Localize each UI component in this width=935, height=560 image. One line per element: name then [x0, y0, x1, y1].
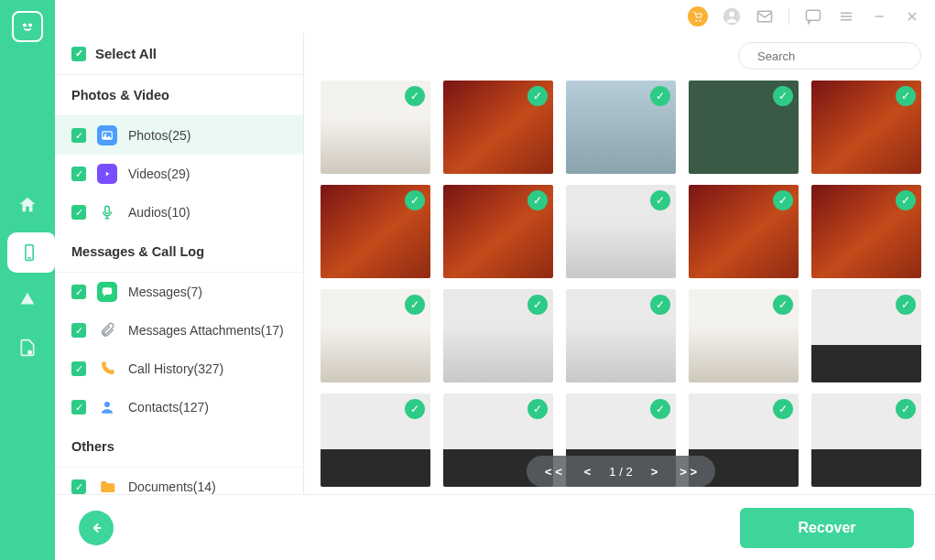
svg-rect-20: [103, 287, 113, 295]
checkbox-icon: ✓: [71, 205, 86, 220]
check-badge-icon: ✓: [773, 86, 793, 106]
back-button[interactable]: [79, 511, 114, 545]
thumbnail[interactable]: ✓: [689, 185, 799, 278]
nav-device[interactable]: [7, 232, 55, 273]
pager-label: 1 / 2: [609, 465, 632, 479]
main: ✓ Select All Photos & Video ✓ Photos(25)…: [55, 0, 935, 560]
checkbox-icon: ✓: [71, 479, 86, 494]
category-photos[interactable]: ✓ Photos(25): [55, 116, 303, 155]
pager-last[interactable]: > >: [676, 465, 701, 479]
svg-text:!: !: [29, 350, 30, 355]
thumbnail[interactable]: ✓: [443, 81, 553, 174]
gallery-panel: ✓✓✓✓✓✓✓✓✓✓✓✓✓✓✓✓✓✓✓✓ < < < 1 / 2 > > >: [304, 33, 935, 494]
pager: < < < 1 / 2 > > >: [527, 456, 715, 487]
svg-point-17: [104, 134, 106, 135]
thumbnail[interactable]: ✓: [811, 81, 921, 174]
checkbox-icon: ✓: [71, 128, 86, 143]
menu-icon[interactable]: [837, 7, 855, 26]
pager-prev[interactable]: <: [581, 465, 595, 479]
select-all-row[interactable]: ✓ Select All: [55, 33, 303, 75]
category-label: Audios(10): [128, 205, 190, 220]
category-callhistory[interactable]: ✓ Call History(327): [55, 350, 303, 388]
thumbnail[interactable]: ✓: [566, 81, 676, 174]
category-label: Contacts(127): [128, 400, 209, 415]
check-badge-icon: ✓: [650, 399, 670, 419]
svg-point-7: [729, 12, 734, 17]
check-badge-icon: ✓: [896, 86, 916, 106]
pager-first[interactable]: < <: [541, 465, 566, 479]
checkbox-icon: ✓: [71, 47, 86, 61]
nav-cloud[interactable]: [7, 280, 48, 320]
cart-icon[interactable]: [688, 6, 708, 27]
topbar: [55, 0, 935, 33]
check-badge-icon: ✓: [527, 86, 548, 106]
category-attachments[interactable]: ✓ Messages Attachments(17): [55, 311, 303, 350]
svg-point-1: [29, 24, 31, 26]
nav-report[interactable]: !: [7, 328, 48, 368]
select-all-label: Select All: [95, 46, 157, 61]
search-box[interactable]: [738, 42, 921, 70]
thumbnail[interactable]: ✓: [689, 81, 799, 174]
category-videos[interactable]: ✓ Videos(29): [55, 155, 303, 193]
thumbnail[interactable]: ✓: [321, 289, 430, 382]
check-badge-icon: ✓: [773, 399, 793, 419]
thumbnail-grid: ✓✓✓✓✓✓✓✓✓✓✓✓✓✓✓✓✓✓✓✓ < < < 1 / 2 > > >: [304, 81, 935, 494]
check-badge-icon: ✓: [773, 190, 793, 210]
category-audios[interactable]: ✓ Audios(10): [55, 193, 303, 232]
footer: Recover: [55, 494, 935, 560]
app-logo: [12, 11, 43, 42]
check-badge-icon: ✓: [650, 86, 670, 106]
close-button[interactable]: [903, 7, 921, 26]
user-icon[interactable]: [723, 7, 741, 26]
thumbnail[interactable]: ✓: [811, 185, 921, 278]
svg-rect-9: [807, 10, 821, 20]
thumbnail[interactable]: ✓: [811, 289, 921, 382]
thumbnail[interactable]: ✓: [566, 289, 676, 382]
check-badge-icon: ✓: [773, 295, 793, 315]
nav-home[interactable]: [7, 185, 48, 225]
pager-next[interactable]: >: [647, 465, 662, 479]
category-label: Photos(25): [128, 128, 190, 143]
check-badge-icon: ✓: [896, 399, 916, 419]
checkbox-icon: ✓: [71, 361, 86, 376]
check-badge-icon: ✓: [896, 190, 916, 210]
checkbox-icon: ✓: [71, 285, 86, 299]
group-header: Messages & Call Log: [55, 232, 303, 273]
svg-point-0: [24, 24, 26, 26]
check-badge-icon: ✓: [405, 190, 425, 210]
check-badge-icon: ✓: [527, 295, 548, 315]
category-label: Messages(7): [128, 285, 202, 299]
category-label: Messages Attachments(17): [128, 323, 284, 338]
thumbnail[interactable]: ✓: [689, 289, 799, 382]
checkbox-icon: ✓: [71, 167, 86, 181]
checkbox-icon: ✓: [71, 323, 86, 338]
audio-icon: [97, 202, 117, 222]
category-messages[interactable]: ✓ Messages(7): [55, 273, 303, 311]
thumbnail[interactable]: ✓: [443, 185, 553, 278]
document-icon: [97, 477, 117, 494]
checkbox-icon: ✓: [71, 400, 86, 415]
mail-icon[interactable]: [756, 7, 774, 26]
thumbnail[interactable]: ✓: [321, 185, 430, 278]
photo-icon: [97, 125, 117, 145]
category-contacts[interactable]: ✓ Contacts(127): [55, 388, 303, 426]
left-rail: !: [0, 0, 55, 560]
thumbnail[interactable]: ✓: [566, 185, 676, 278]
thumbnail[interactable]: ✓: [443, 289, 553, 382]
category-documents[interactable]: ✓ Documents(14): [55, 468, 303, 494]
check-badge-icon: ✓: [650, 295, 670, 315]
search-input[interactable]: [757, 49, 911, 63]
minimize-button[interactable]: [870, 7, 888, 26]
check-badge-icon: ✓: [405, 295, 425, 315]
recover-button[interactable]: Recover: [740, 508, 914, 548]
check-badge-icon: ✓: [527, 190, 548, 210]
category-label: Documents(14): [128, 479, 216, 494]
thumbnail[interactable]: ✓: [811, 393, 921, 487]
thumbnail[interactable]: ✓: [321, 81, 430, 174]
category-label: Videos(29): [128, 167, 190, 181]
svg-rect-19: [105, 206, 110, 213]
thumbnail[interactable]: ✓: [321, 393, 430, 487]
message-icon: [97, 282, 117, 302]
category-label: Call History(327): [128, 361, 223, 376]
feedback-icon[interactable]: [804, 7, 822, 26]
